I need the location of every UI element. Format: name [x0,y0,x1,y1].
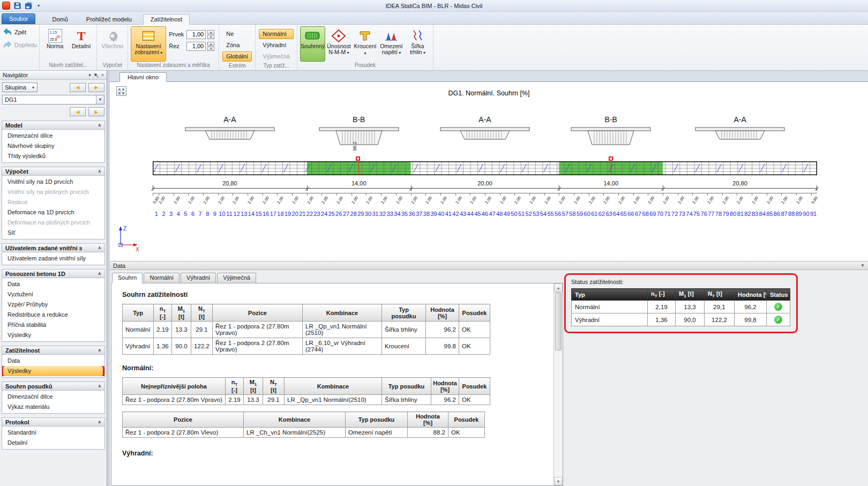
table-cell: 99,8 [735,313,767,326]
nav-item-vzp-r-pr-hyby[interactable]: Vzpěr/ Průhyby [2,300,104,310]
nav-section-header-souhrn-posudk[interactable]: Souhrn posudků∧ [2,382,105,391]
nav-item-dimenza-n-d-lce[interactable]: Dimenzační dílce [2,131,104,141]
extrem-option-glob-ln[interactable]: Globální [222,51,252,62]
spin-up-icon[interactable]: ▲ [207,30,214,34]
save-all-icon[interactable] [24,2,33,10]
nav-item-v-kaz-materi-lu[interactable]: Výkaz materiálu [2,402,104,412]
scrollbar-thumb[interactable] [555,293,562,350]
nav-item-data[interactable]: Data [2,356,104,366]
nav-item-n-vrhov-skupiny[interactable]: Návrhové skupiny [2,141,104,151]
nav-item-dimenza-n-d-lce[interactable]: Dimenzační dílce [2,392,104,402]
nav-item-vnit-n-s-ly-na-1d-prvc-ch[interactable]: Vnitřní síly na 1D prvcích [2,177,104,187]
nav-section-header-u-ivatelem-zadan-vnit-n-s[interactable]: Uživatelem zadané vnitřní s∧ [2,243,105,252]
nav-item-t-dy-v-sledk[interactable]: Třídy výsledků [2,151,104,161]
spin-down-icon[interactable]: ▼ [207,35,214,39]
posudek-button-ka-trhlin[interactable]: Šířkatrhlin ▾ [405,26,430,62]
extrem-option-z-na[interactable]: Zóna [222,40,252,50]
nav-item-v-sledky[interactable]: Výsledky [2,366,104,376]
data-tab-v-hradn[interactable]: Výhradní [181,273,216,283]
data-tab-v-jime-n[interactable]: Výjimečná [217,273,256,283]
nav-section-header-v-po-et[interactable]: Výpočet∧ [2,167,105,176]
back-button[interactable]: Zpět [3,28,37,36]
close-icon[interactable]: × [101,72,104,78]
typ-zatizeni-option-norm-ln[interactable]: Normální [259,29,294,39]
nav-section-protokol: Protokol∧StandardníDetailní [2,417,105,450]
window-position-icon[interactable]: ▾ [88,72,91,78]
save-icon[interactable] [13,2,21,10]
nav-item-u-ivatelem-zadan-vnit-n-s-ly[interactable]: Uživatelem zadané vnitřní síly [2,253,104,264]
nav-item-redistribuce-a-redukce[interactable]: Redistribuce a redukce [2,310,104,320]
nav-section-header-zat-itelnost[interactable]: Zatížitelnost∧ [2,346,105,355]
prev-item-button[interactable]: ◀ [70,107,86,116]
element-number: 76 [700,211,708,217]
tab-hlavni-okno[interactable]: Hlavní okno [119,72,167,82]
table-cell: LR _Qp_vn1 Normální (2510) [303,321,382,338]
table-row[interactable]: Řez 1 - podpora 2 (27.80m Vpravo)2.1913.… [123,395,490,405]
table-row[interactable]: Normální2.1913.329.1Řez 1 - podpora 2 (2… [123,321,490,338]
next-item-button[interactable]: ▶ [88,107,104,116]
rez-input[interactable] [186,42,206,51]
data-tab-norm-ln[interactable]: Normální [144,273,179,283]
skupina-dropdown[interactable]: Skupina ▾ [2,83,38,92]
collapse-panel-icon[interactable]: ▼ [860,263,865,268]
ribbon-group-label: Extrém [219,62,255,70]
nav-item-data[interactable]: Data [2,279,104,289]
tab-zatizitelnost[interactable]: Zatížitelnost [143,14,190,25]
nav-item-standardn[interactable]: Standardní [2,428,104,438]
table-cell: LR _Qp_vn1 Normální(2510) [285,395,382,405]
nav-item-p-n-stabilita[interactable]: Příčná stabilita [2,320,104,330]
element-number: 52 [525,211,533,217]
element-number: 36 [408,211,416,217]
detailni-button[interactable]: T Detailní [69,26,94,62]
scroll-up-icon[interactable]: ▲ [554,283,563,292]
vertical-scrollbar[interactable]: ▲ ▼ [553,283,563,485]
beam-strip [153,161,817,175]
table-row[interactable]: Výhradní1,3690,0122,299,8✓ [572,313,790,326]
nav-item-detailn[interactable]: Detailní [2,438,104,448]
spin-down-icon[interactable]: ▼ [207,47,214,51]
posudek-button-kroucen[interactable]: Kroucení ▾ [353,26,378,62]
typ-zatizeni-option-v-jime-n[interactable]: Výjimečná [259,51,294,62]
design-group-combobox[interactable]: DG1 ▾ [2,95,104,104]
next-group-button[interactable]: ▶ [88,83,104,92]
tab-prohlizec-modelu[interactable]: Prohlížeč modelu [79,14,139,24]
nav-section-header-protokol[interactable]: Protokol∧ [2,417,105,427]
dimension-label: 20,00 [477,180,492,186]
forward-button[interactable]: Dopředu [3,41,37,49]
posudek-button-nosnost-n-m-m[interactable]: ÚnosnostN-M-M ▾ [326,26,351,62]
vsechno-button[interactable]: Všechno [100,26,125,62]
posudek-button-omezen-nap-t[interactable]: Omezenínapětí ▾ [379,26,404,62]
nav-item-v-sledky[interactable]: Výsledky [2,330,104,340]
column-header: Typ posudku [382,378,431,395]
prev-group-button[interactable]: ◀ [70,83,86,92]
extrem-option-ne[interactable]: Ne [222,29,252,39]
nav-item-s[interactable]: Síť [2,228,104,238]
main-viewport[interactable]: DG1. Normální. Souhrn [%] A-AB-BA-AB-BA-… [110,82,868,261]
nav-item-deformace-na-1d-prvc-ch[interactable]: Deformace na 1D prvcích [2,207,104,218]
segment-tick: 2,00 [425,193,440,209]
tab-domu[interactable]: Domů [45,14,74,24]
tab-soubor[interactable]: Soubor [2,13,35,24]
data-tab-souhrn[interactable]: Souhrn [112,273,143,283]
nastaveni-zobrazeni-button[interactable]: Nastavenízobrazení ▾ [131,26,166,62]
dropdown-arrow-icon[interactable]: ▾ [96,95,104,104]
segment-tick: 2,00 [574,193,589,209]
nav-section-header-model[interactable]: Model∧ [2,121,105,130]
table-row[interactable]: Řez 1 - podpora 2 (27.80m Vlevo)LR _Ch_v… [123,428,485,438]
scroll-down-icon[interactable]: ▼ [554,477,563,485]
rez-stepper[interactable]: ▲▼ [207,42,214,51]
spin-up-icon[interactable]: ▲ [207,42,214,46]
table-row[interactable]: Výhradní1.3690.0122.2Řez 1 - podpora 2 (… [123,338,490,355]
posudek-button-souhrnn[interactable]: Souhrnný [300,26,325,62]
prvek-input[interactable] [186,30,206,39]
pin-icon[interactable] [94,73,99,78]
nav-section-header-posouzen-betonu-1d[interactable]: Posouzení betonu 1D∧ [2,269,105,278]
typ-zatizeni-option-v-hradn[interactable]: Výhradní [259,40,294,50]
prvek-stepper[interactable]: ▲▼ [207,30,214,39]
norma-button[interactable]: 1,15 90 25.8 Norma [42,26,68,62]
element-number: 70 [656,211,664,217]
quickaccess-dropdown-icon[interactable]: ▾ [35,2,42,10]
element-number: 23 [313,211,321,217]
table-row[interactable]: Normální2,1913,329,196,2✓ [572,301,790,313]
nav-item-vyztu-en[interactable]: Vyztužení [2,289,104,300]
